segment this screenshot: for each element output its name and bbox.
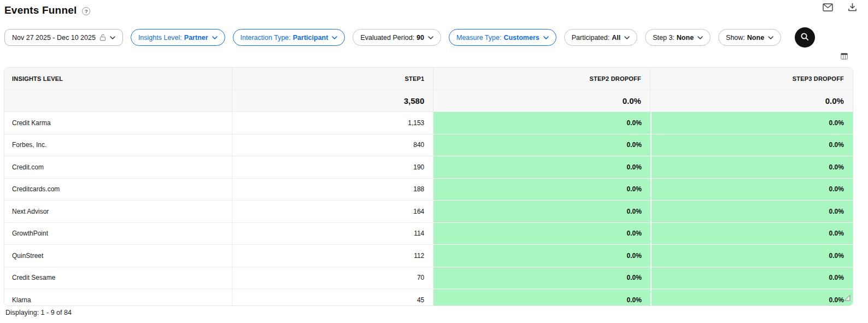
chevron-down-icon — [212, 36, 218, 39]
step1-value: 190 — [232, 156, 433, 179]
table-row[interactable]: Forbes, Inc. 840 0.0% 0.0% — [4, 134, 853, 157]
partner-name: Creditcards.com — [4, 179, 232, 201]
step3-filter[interactable]: Step 3: None — [645, 29, 711, 46]
funnel-table: INSIGHTS LEVEL STEP1 STEP2 DROPOFF STEP3… — [4, 67, 853, 306]
header-actions — [823, 3, 857, 12]
table-row[interactable]: Klarna 45 0.0% 0.0% — [4, 289, 853, 306]
filter-bar: Nov 27 2025 - Dec 10 2025 Insights Level… — [4, 27, 815, 48]
step1-value: 70 — [232, 267, 433, 290]
chevron-down-icon — [768, 36, 773, 39]
help-icon[interactable]: ? — [82, 7, 90, 15]
search-button[interactable] — [795, 27, 815, 48]
evaluated-period-label: Evaluated Period: — [360, 34, 414, 42]
events-funnel-page: Events Funnel ? Nov 27 2025 - Dec 10 202… — [0, 0, 868, 323]
interaction-type-filter[interactable]: Interaction Type: Participant — [233, 29, 345, 46]
step2-dropoff-value: 0.0% — [433, 245, 650, 267]
step1-value: 188 — [232, 179, 433, 201]
table-row[interactable]: Credit Sesame 70 0.0% 0.0% — [4, 267, 853, 290]
interaction-type-value: Participant — [293, 34, 329, 42]
pagination-status: Displaying: 1 - 9 of 84 — [5, 309, 72, 316]
insights-level-value: Partner — [184, 34, 208, 42]
step3-dropoff-value: 0.0% — [650, 134, 853, 157]
table-resize-handle[interactable] — [844, 293, 851, 303]
step2-dropoff-value: 0.0% — [433, 289, 650, 306]
summary-step1-total: 3,580 — [232, 90, 433, 112]
chevron-down-icon — [428, 36, 433, 39]
table-row[interactable]: QuinStreet 112 0.0% 0.0% — [4, 245, 853, 267]
step3-dropoff-value: 0.0% — [650, 112, 853, 134]
participated-label: Participated: — [572, 34, 609, 42]
step2-dropoff-value: 0.0% — [433, 179, 650, 201]
measure-type-label: Measure Type: — [456, 34, 501, 42]
partner-name: Forbes, Inc. — [4, 134, 232, 157]
step3-label: Step 3: — [653, 34, 675, 42]
date-range-filter[interactable]: Nov 27 2025 - Dec 10 2025 — [4, 29, 123, 46]
summary-step3-dropoff: 0.0% — [650, 90, 853, 112]
step2-dropoff-value: 0.0% — [433, 134, 650, 157]
table-row[interactable]: Credit Karma 1,153 0.0% 0.0% — [4, 112, 853, 134]
page-title: Events Funnel — [4, 4, 77, 16]
lock-open-icon — [99, 34, 106, 41]
summary-blank-cell — [4, 90, 232, 112]
step2-dropoff-value: 0.0% — [433, 112, 650, 134]
table-summary-row: 3,580 0.0% 0.0% — [4, 90, 853, 112]
step1-value: 164 — [232, 201, 433, 223]
partner-name: Credit Karma — [4, 112, 232, 134]
chevron-down-icon — [697, 36, 703, 39]
table-row[interactable]: Credit.com 190 0.0% 0.0% — [4, 156, 853, 179]
participated-value: All — [612, 34, 620, 42]
step3-value: None — [677, 34, 694, 42]
show-value: None — [747, 34, 764, 42]
partner-name: QuinStreet — [4, 245, 232, 267]
partner-name: Klarna — [4, 289, 232, 306]
step1-value: 45 — [232, 289, 433, 306]
email-icon[interactable] — [823, 3, 833, 11]
step1-value: 1,153 — [232, 112, 433, 134]
measure-type-value: Customers — [503, 34, 539, 42]
step2-dropoff-value: 0.0% — [433, 267, 650, 290]
table-row[interactable]: Creditcards.com 188 0.0% 0.0% — [4, 179, 853, 201]
insights-level-filter[interactable]: Insights Level: Partner — [131, 29, 225, 46]
step2-dropoff-value: 0.0% — [433, 223, 650, 245]
step3-dropoff-value: 0.0% — [650, 267, 853, 290]
step3-dropoff-value: 0.0% — [650, 156, 853, 179]
step1-value: 112 — [232, 245, 433, 267]
search-icon — [800, 32, 810, 43]
step3-dropoff-value: 0.0% — [650, 179, 853, 201]
step2-dropoff-value: 0.0% — [433, 156, 650, 179]
step3-dropoff-value: 0.0% — [650, 201, 853, 223]
partner-name: Credit Sesame — [4, 267, 232, 290]
chevron-down-icon — [332, 36, 337, 39]
table-row[interactable]: GrowthPoint 114 0.0% 0.0% — [4, 223, 853, 245]
step3-dropoff-value: 0.0% — [650, 223, 853, 245]
show-filter[interactable]: Show: None — [718, 29, 781, 46]
download-icon[interactable] — [848, 3, 857, 12]
interaction-type-label: Interaction Type: — [241, 34, 291, 42]
table-header-row: INSIGHTS LEVEL STEP1 STEP2 DROPOFF STEP3… — [4, 68, 853, 90]
chevron-down-icon — [543, 36, 549, 39]
table-row[interactable]: Next Advisor 164 0.0% 0.0% — [4, 201, 853, 223]
partner-name: GrowthPoint — [4, 223, 232, 245]
participated-filter[interactable]: Participated: All — [564, 29, 637, 46]
step1-value: 114 — [232, 223, 433, 245]
page-header: Events Funnel ? — [4, 4, 90, 16]
column-header-insights-level[interactable]: INSIGHTS LEVEL — [4, 68, 232, 90]
table-view-icon[interactable] — [841, 52, 848, 62]
step2-dropoff-value: 0.0% — [433, 201, 650, 223]
chevron-down-icon — [624, 36, 630, 39]
step1-value: 840 — [232, 134, 433, 157]
step3-dropoff-value: 0.0% — [650, 289, 853, 306]
show-label: Show: — [726, 34, 745, 42]
step3-dropoff-value: 0.0% — [650, 245, 853, 267]
date-range-label: Nov 27 2025 - Dec 10 2025 — [12, 34, 96, 42]
insights-level-label: Insights Level: — [138, 34, 182, 42]
partner-name: Next Advisor — [4, 201, 232, 223]
chevron-down-icon — [110, 36, 115, 39]
column-header-step3-dropoff[interactable]: STEP3 DROPOFF — [650, 68, 853, 90]
measure-type-filter[interactable]: Measure Type: Customers — [449, 29, 556, 46]
evaluated-period-filter[interactable]: Evaluated Period: 90 — [353, 29, 441, 46]
column-header-step2-dropoff[interactable]: STEP2 DROPOFF — [433, 68, 650, 90]
partner-name: Credit.com — [4, 156, 232, 179]
evaluated-period-value: 90 — [417, 34, 424, 42]
column-header-step1[interactable]: STEP1 — [232, 68, 433, 90]
